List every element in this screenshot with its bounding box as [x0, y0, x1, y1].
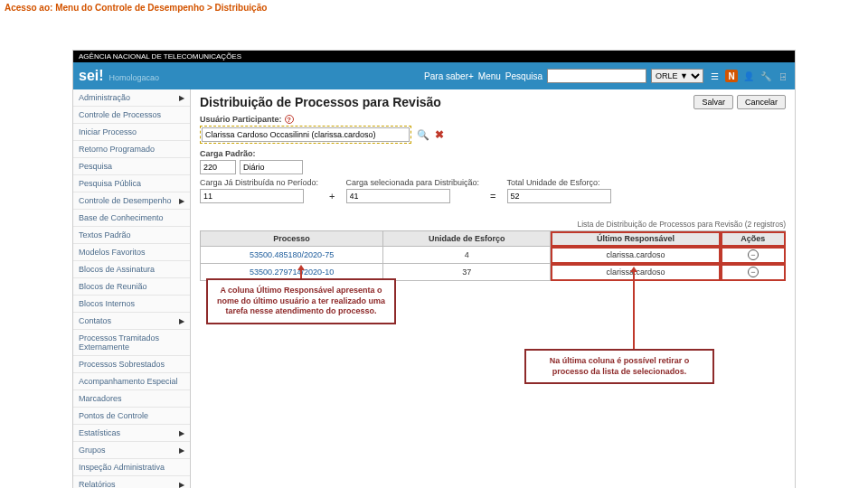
sel-input[interactable]	[346, 189, 450, 203]
instruction-text: Acesso ao: Menu do Controle de Desempenh…	[5, 3, 267, 13]
sel-label: Carga selecionada para Distribuição:	[346, 178, 480, 187]
settings-icon[interactable]: 🔧	[760, 70, 772, 82]
sidebar-item-18[interactable]: Pontos de Controle	[73, 408, 190, 425]
callout-ultimo-responsavel: A coluna Último Responsável apresenta o …	[206, 278, 396, 324]
remove-icon[interactable]: −	[748, 267, 759, 277]
sidebar-item-0[interactable]: Administração▶	[73, 89, 190, 107]
cell-acoes: −	[721, 247, 785, 264]
sidebar-item-21[interactable]: Inspeção Administrativa	[73, 459, 190, 476]
clear-user-icon[interactable]: ✖	[435, 128, 444, 141]
sidebar-item-4[interactable]: Pesquisa	[73, 158, 190, 175]
sidebar-item-8[interactable]: Textos Padrão	[73, 227, 190, 244]
process-table: Processo Unidade de Esforço Último Respo…	[200, 230, 786, 281]
label-pesquisa: Pesquisa	[505, 71, 542, 81]
sidebar: Administração▶Controle de ProcessosInici…	[73, 89, 191, 488]
carga-num-input[interactable]	[200, 160, 236, 174]
th-unidade: Unidade de Esforço	[383, 231, 551, 247]
arrow-2	[633, 271, 635, 349]
cell-ue: 37	[383, 264, 551, 281]
cell-acoes: −	[721, 264, 785, 281]
th-ultimo-responsavel: Último Responsável	[551, 231, 721, 247]
tot-label: Total Unidade de Esforço:	[507, 178, 611, 187]
cancel-button[interactable]: Cancelar	[737, 95, 786, 109]
carga-periodo-input[interactable]	[240, 160, 303, 174]
sidebar-item-19[interactable]: Estatísticas▶	[73, 425, 190, 442]
sidebar-item-13[interactable]: Contatos▶	[73, 313, 190, 330]
sidebar-item-6[interactable]: Controle de Desempenho▶	[73, 192, 190, 210]
logo: sei! Homologacao	[79, 68, 159, 84]
logo-subtitle: Homologacao	[109, 73, 160, 82]
sidebar-item-11[interactable]: Blocos de Reunião	[73, 278, 190, 296]
unit-select[interactable]: ORLE ▼	[651, 69, 703, 83]
sidebar-item-1[interactable]: Controle de Processos	[73, 107, 190, 124]
app-window: AGÊNCIA NACIONAL DE TELECOMUNICAÇÕES sei…	[72, 50, 796, 488]
menu-icon[interactable]: ☰	[708, 70, 721, 82]
sidebar-item-14[interactable]: Processos Tramitados Externamente	[73, 330, 190, 356]
usuario-label: Usuário Participante: ?	[200, 115, 786, 124]
sidebar-item-16[interactable]: Acompanhamento Especial	[73, 373, 190, 390]
dist-input[interactable]	[200, 189, 304, 203]
cell-responsavel: clarissa.cardoso	[551, 247, 721, 264]
arrow-1	[300, 269, 302, 278]
agency-bar: AGÊNCIA NACIONAL DE TELECOMUNICAÇÕES	[73, 51, 795, 62]
equals-sign: =	[490, 191, 495, 203]
sidebar-item-9[interactable]: Modelos Favoritos	[73, 244, 190, 261]
notification-icon[interactable]: N	[725, 70, 738, 82]
sidebar-item-3[interactable]: Retorno Programado	[73, 141, 190, 158]
sidebar-item-2[interactable]: Iniciar Processo	[73, 124, 190, 141]
table-row: 53500.485180/2020-754clarissa.cardoso−	[201, 247, 786, 264]
sidebar-item-22[interactable]: Relatórios▶	[73, 476, 190, 488]
process-link[interactable]: 53500.485180/2020-75	[250, 250, 334, 259]
sidebar-item-15[interactable]: Processos Sobrestados	[73, 356, 190, 373]
dist-label: Carga Já Distribuída no Período:	[200, 178, 318, 187]
sidebar-item-17[interactable]: Marcadores	[73, 390, 190, 408]
logo-text: sei!	[79, 68, 104, 84]
cell-processo: 53500.485180/2020-75	[201, 247, 383, 264]
topbar-right: Para saber+ Menu Pesquisa ORLE ▼ ☰ N 👤 🔧…	[424, 69, 789, 83]
user-icon[interactable]: 👤	[742, 70, 755, 82]
tot-input	[507, 189, 611, 203]
sidebar-item-12[interactable]: Blocos Internos	[73, 296, 190, 313]
remove-icon[interactable]: −	[748, 249, 759, 260]
save-button[interactable]: Salvar	[693, 95, 733, 109]
th-acoes: Ações	[721, 231, 785, 247]
sidebar-item-10[interactable]: Blocos de Assinatura	[73, 261, 190, 278]
help-icon[interactable]: ?	[285, 115, 294, 124]
cell-ue: 4	[383, 247, 551, 264]
sidebar-item-5[interactable]: Pesquisa Pública	[73, 175, 190, 192]
search-user-icon[interactable]: 🔍	[417, 129, 429, 141]
exit-icon[interactable]: ⍈	[777, 70, 789, 82]
link-para-saber[interactable]: Para saber+	[424, 71, 474, 81]
callout-acoes: Na última coluna é possível retirar o pr…	[524, 349, 714, 384]
process-link[interactable]: 53500.279714/2020-10	[250, 267, 334, 277]
top-bar: sei! Homologacao Para saber+ Menu Pesqui…	[73, 62, 795, 89]
link-menu[interactable]: Menu	[478, 71, 501, 81]
table-caption: Lista de Distribuição de Processos para …	[200, 220, 786, 229]
usuario-input[interactable]	[202, 127, 410, 142]
sidebar-item-7[interactable]: Base de Conhecimento	[73, 210, 190, 227]
th-processo: Processo	[201, 231, 383, 247]
search-input[interactable]	[547, 69, 646, 83]
carga-label: Carga Padrão:	[200, 149, 786, 158]
plus-sign: +	[329, 191, 335, 203]
sidebar-item-20[interactable]: Grupos▶	[73, 442, 190, 459]
